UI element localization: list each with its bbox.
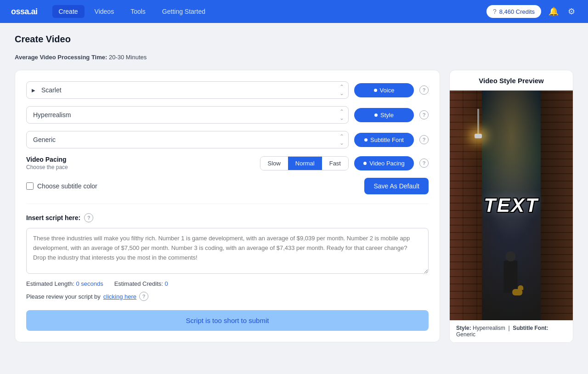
- review-help-icon[interactable]: ?: [139, 292, 148, 301]
- pacing-normal-btn[interactable]: Normal: [288, 157, 322, 170]
- processing-time-bar: Average Video Processing Time: 20-30 Min…: [15, 54, 573, 61]
- voice-badge-label: Voice: [380, 87, 395, 94]
- est-credits-value: 0: [165, 280, 168, 287]
- preview-style-value: Hyperrealism: [473, 325, 505, 331]
- street-lamp: [477, 109, 479, 136]
- dog: [512, 289, 522, 295]
- pacing-fast-btn[interactable]: Fast: [322, 157, 348, 170]
- save-default-button[interactable]: Save As Default: [364, 178, 429, 194]
- font-select-wrapper: Generic Bold Serif ⌃⌄: [26, 131, 349, 148]
- script-header: Insert script here: ?: [26, 213, 429, 222]
- style-badge-label: Style: [380, 112, 394, 119]
- voice-select-wrapper: ▶ Scarlet Default Other ⌃⌄: [26, 81, 349, 99]
- est-length-value: 0 seconds: [76, 280, 103, 287]
- page-content: Create Video Average Video Processing Ti…: [0, 23, 588, 354]
- pacing-btn-group: Slow Normal Fast: [260, 156, 349, 170]
- notifications-button[interactable]: 🔔: [547, 5, 560, 18]
- subtitle-color-checkbox[interactable]: [26, 182, 34, 190]
- style-select[interactable]: Hyperrealism Anime Realistic: [26, 106, 349, 124]
- processing-time-value: 20-30 Minutes: [109, 54, 147, 61]
- pacing-row: Video Pacing Choose the pace Slow Slow N…: [26, 156, 429, 170]
- voice-help-icon[interactable]: ?: [419, 85, 429, 95]
- nav-right: ? 8,460 Credits 🔔 ⚙: [486, 5, 577, 18]
- navbar: ossa.ai Create Videos Tools Getting Star…: [0, 0, 588, 23]
- figure: [504, 261, 518, 293]
- review-row: Please review your script by clicking he…: [26, 292, 429, 301]
- voice-dot: [374, 89, 377, 92]
- est-length-label: Estimated Length: 0 seconds: [26, 280, 103, 287]
- script-help-icon[interactable]: ?: [84, 213, 93, 222]
- voice-row: ▶ Scarlet Default Other ⌃⌄ Voice ?: [26, 81, 429, 99]
- preview-style-label: Style:: [456, 325, 471, 331]
- font-help-icon[interactable]: ?: [419, 135, 429, 144]
- script-label: Insert script here:: [26, 214, 80, 221]
- preview-image: TEXT: [450, 91, 573, 320]
- preview-text-overlay: TEXT: [484, 194, 538, 216]
- credits-label: 8,460 Credits: [499, 8, 535, 15]
- page-title: Create Video: [15, 34, 573, 45]
- pacing-badge-label: Video Pacing: [369, 160, 404, 167]
- voice-select[interactable]: Scarlet Default Other: [26, 81, 349, 99]
- wall-right: [541, 91, 573, 320]
- pacing-info: Video Pacing Choose the pace: [26, 156, 254, 170]
- nav-link-getting-started[interactable]: Getting Started: [156, 5, 212, 18]
- style-dot: [374, 113, 378, 117]
- subtitle-row: Choose subtitle color Save As Default: [26, 178, 429, 194]
- font-row: Generic Bold Serif ⌃⌄ Subtitle Font ?: [26, 131, 429, 148]
- preview-title: Video Style Preview: [450, 70, 573, 91]
- pacing-help-icon[interactable]: ?: [419, 159, 429, 168]
- nav-link-create[interactable]: Create: [52, 5, 85, 18]
- font-badge-label: Subtitle Font: [370, 136, 404, 143]
- preview-font-value: Generic: [456, 331, 475, 338]
- subtitle-color-checkbox-wrapper[interactable]: Choose subtitle color: [26, 182, 359, 190]
- font-badge-button[interactable]: Subtitle Font: [354, 133, 414, 147]
- font-dot: [364, 138, 368, 142]
- font-select[interactable]: Generic Bold Serif: [26, 131, 349, 148]
- preview-footer: Style: Hyperrealism | Subtitle Font: Gen…: [450, 320, 573, 342]
- preview-font-label: Subtitle Font:: [513, 325, 548, 331]
- brand-logo: ossa.ai: [11, 7, 38, 17]
- main-layout: ▶ Scarlet Default Other ⌃⌄ Voice ?: [15, 70, 573, 343]
- style-select-wrapper: Hyperrealism Anime Realistic ⌃⌄: [26, 106, 349, 124]
- est-credits-label: Estimated Credits: 0: [114, 280, 168, 287]
- submit-button[interactable]: Script is too short to submit: [26, 310, 429, 331]
- settings-button[interactable]: ⚙: [566, 5, 577, 18]
- left-panel: ▶ Scarlet Default Other ⌃⌄ Voice ?: [15, 70, 440, 342]
- pacing-label: Video Pacing: [26, 156, 254, 163]
- nav-links: Create Videos Tools Getting Started: [52, 5, 472, 18]
- style-help-icon[interactable]: ?: [419, 110, 429, 119]
- style-row: Hyperrealism Anime Realistic ⌃⌄ Style ?: [26, 106, 429, 124]
- question-icon: ?: [493, 8, 497, 15]
- subtitle-color-label: Choose subtitle color: [37, 182, 97, 190]
- play-icon: ▶: [32, 88, 35, 93]
- processing-time-label: Average Video Processing Time:: [15, 54, 107, 61]
- pacing-slow-btn[interactable]: Slow: [260, 157, 288, 170]
- voice-badge-button[interactable]: Voice: [354, 83, 414, 97]
- pacing-dot: [363, 162, 367, 165]
- pacing-badge-button[interactable]: Video Pacing: [354, 156, 414, 170]
- nav-link-videos[interactable]: Videos: [88, 5, 121, 18]
- credits-button[interactable]: ? 8,460 Credits: [486, 5, 541, 18]
- pacing-options: Slow Slow Normal Fast Fast: [260, 156, 349, 170]
- divider: [26, 204, 429, 204]
- estimated-row: Estimated Length: 0 seconds Estimated Cr…: [26, 280, 429, 287]
- right-panel: Video Style Preview TEXT Style: Hyperrea…: [449, 70, 573, 343]
- style-badge-button[interactable]: Style: [354, 108, 414, 122]
- pacing-sub: Choose the pace: [26, 164, 254, 170]
- nav-link-tools[interactable]: Tools: [124, 5, 152, 18]
- review-text: Please review your script by: [26, 293, 101, 300]
- script-textarea[interactable]: [26, 228, 429, 274]
- review-link[interactable]: clicking here: [103, 293, 136, 300]
